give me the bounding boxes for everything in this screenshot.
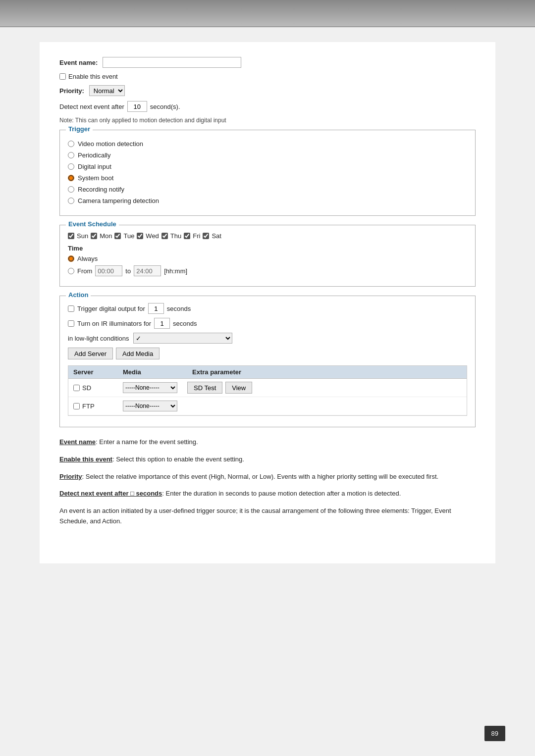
trigger-digital-row: Trigger digital output for seconds [68,303,467,314]
event-name-input[interactable] [103,57,241,68]
trigger-option-2: Digital input [68,163,467,170]
trigger-option-1: Periodically [68,151,467,159]
from-row: From to [hh:mm] [68,265,467,276]
from-time-input[interactable] [95,265,122,276]
detect-input[interactable] [127,101,147,112]
trigger-radio-4[interactable] [68,186,74,193]
to-time-input[interactable] [134,265,161,276]
low-light-row: in low-light conditions ✓ [68,333,467,344]
trigger-digital-input[interactable] [148,303,164,314]
note-text: Note: This can only applied to motion de… [59,117,476,124]
desc-detect-text: : Enter the duration in seconds to pause… [162,490,401,497]
detect-label: Detect next event after [59,103,124,110]
from-label: From [77,267,92,275]
td-server-ftp: FTP [68,401,118,411]
desc-event-general: An event is an action initiated by a use… [59,506,476,527]
trigger-digital-checkbox[interactable] [68,305,74,312]
day-tue-checkbox[interactable] [114,233,121,239]
time-label: Time [68,245,467,252]
trigger-radio-0[interactable] [68,141,74,147]
event-name-row: Event name: [59,57,476,68]
day-fri-checkbox[interactable] [184,233,190,239]
row-sd-checkbox[interactable] [73,385,80,391]
page-number: 89 [484,726,505,741]
trigger-label-1: Periodically [78,151,110,159]
th-server: Server [68,366,118,378]
detect-row: Detect next event after second(s). [59,101,476,112]
trigger-label-4: Recording notify [78,186,124,193]
time-section: Time Always From to [hh:mm] [68,245,467,276]
ir-checkbox[interactable] [68,320,74,327]
description-section: Event name: Enter a name for the event s… [59,437,476,527]
desc-detect-label: Detect next event after □ seconds [59,490,162,497]
th-extra: Extra parameter [187,366,467,378]
trigger-radio-2[interactable] [68,163,74,170]
th-media: Media [118,366,187,378]
table-header: Server Media Extra parameter [68,366,467,379]
event-name-label: Event name: [59,59,98,66]
main-content: Event name: Enable this event Priority: … [40,42,495,563]
desc-event-name: Event name: Enter a name for the event s… [59,437,476,448]
td-extra-sd: SD Test View [187,382,467,394]
ir-suffix: seconds [173,320,197,327]
trigger-option-5: Camera tampering detection [68,197,467,204]
desc-priority-label: Priority [59,473,82,480]
day-sat-label: Sat [212,232,221,240]
ftp-media-select[interactable]: -----None----- [123,401,177,411]
low-light-select[interactable]: ✓ [133,333,232,344]
low-light-label: in low-light conditions [68,335,129,342]
add-server-button[interactable]: Add Server [68,348,113,359]
top-bar [0,0,535,27]
trigger-radio-5[interactable] [68,198,74,204]
ir-input[interactable] [154,318,170,329]
desc-detect: Detect next event after □ seconds: Enter… [59,489,476,499]
desc-enable-text: : Select this option to enable the event… [112,455,244,463]
trigger-title: Trigger [66,125,93,133]
day-sun-label: Sun [77,232,88,240]
desc-event-name-label: Event name [59,438,96,446]
trigger-label-3: System boot [78,174,113,182]
action-table: Server Media Extra parameter SD -----Non… [68,365,467,416]
day-fri-label: Fri [193,232,200,240]
trigger-label-0: Video motion detection [78,140,143,148]
schedule-title: Event Schedule [66,220,119,228]
action-section: Action Trigger digital output for second… [59,296,476,427]
enable-event-checkbox[interactable] [59,73,66,80]
desc-event-name-text: : Enter a name for the event setting. [96,438,198,446]
time-always-radio[interactable] [68,255,74,262]
priority-row: Priority: Normal High Low [59,85,476,96]
desc-priority-text: : Select the relative importance of this… [82,473,439,480]
row-ftp-label: FTP [82,403,95,410]
day-thu-checkbox[interactable] [161,233,168,239]
schedule-days: Sun Mon Tue Wed Thu Fri Sat [68,232,467,240]
ir-label: Turn on IR illuminators for [77,320,151,327]
action-title: Action [66,291,91,299]
day-mon-checkbox[interactable] [91,233,97,239]
sd-view-button[interactable]: View [225,382,252,394]
trigger-radio-1[interactable] [68,152,74,158]
btn-row: Add Server Add Media [68,348,467,359]
trigger-option-0: Video motion detection [68,140,467,148]
time-from-radio[interactable] [68,268,74,274]
td-media-sd: -----None----- [118,381,187,395]
enable-event-label: Enable this event [68,73,118,80]
day-wed-checkbox[interactable] [137,233,143,239]
sd-media-select[interactable]: -----None----- [123,382,177,393]
desc-priority: Priority: Select the relative importance… [59,472,476,482]
detect-suffix: second(s). [150,103,180,110]
always-label: Always [77,255,98,262]
trigger-digital-suffix: seconds [167,305,191,312]
day-sat-checkbox[interactable] [203,233,209,239]
td-server-sd: SD [68,383,118,393]
trigger-digital-label: Trigger digital output for [77,305,145,312]
row-ftp-checkbox[interactable] [73,403,80,409]
enable-event-row: Enable this event [59,73,476,80]
trigger-label-2: Digital input [78,163,111,170]
trigger-option-3: System boot [68,174,467,182]
add-media-button[interactable]: Add Media [116,348,160,359]
priority-label: Priority: [59,87,84,95]
trigger-radio-3[interactable] [68,175,74,181]
priority-select[interactable]: Normal High Low [89,85,125,96]
sd-test-button[interactable]: SD Test [187,382,222,394]
day-sun-checkbox[interactable] [68,233,74,239]
